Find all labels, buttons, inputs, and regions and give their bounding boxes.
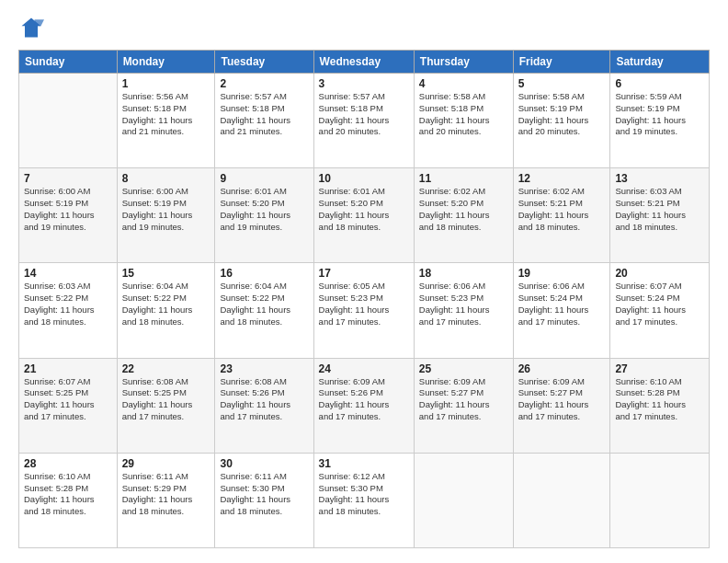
day-info: Sunrise: 6:02 AMSunset: 5:20 PMDaylight:… <box>419 186 508 233</box>
col-header-thursday: Thursday <box>414 51 513 74</box>
col-header-friday: Friday <box>513 51 610 74</box>
calendar-cell <box>19 74 118 168</box>
calendar-cell: 17Sunrise: 6:05 AMSunset: 5:23 PMDayligh… <box>313 263 414 358</box>
day-number: 21 <box>24 362 112 375</box>
calendar-cell: 13Sunrise: 6:03 AMSunset: 5:21 PMDayligh… <box>610 168 710 263</box>
calendar-cell <box>513 453 610 547</box>
day-number: 29 <box>122 457 210 470</box>
day-info: Sunrise: 6:11 AMSunset: 5:29 PMDaylight:… <box>122 471 210 518</box>
col-header-saturday: Saturday <box>610 51 710 74</box>
day-info: Sunrise: 5:58 AMSunset: 5:19 PMDaylight:… <box>518 91 606 138</box>
page: SundayMondayTuesdayWednesdayThursdayFrid… <box>0 0 728 563</box>
day-info: Sunrise: 5:57 AMSunset: 5:18 PMDaylight:… <box>319 91 409 138</box>
calendar-cell: 24Sunrise: 6:09 AMSunset: 5:26 PMDayligh… <box>313 358 414 453</box>
calendar-cell: 14Sunrise: 6:03 AMSunset: 5:22 PMDayligh… <box>19 263 118 358</box>
day-info: Sunrise: 6:10 AMSunset: 5:28 PMDaylight:… <box>615 376 704 423</box>
calendar-cell: 10Sunrise: 6:01 AMSunset: 5:20 PMDayligh… <box>313 168 414 263</box>
day-number: 30 <box>220 457 308 470</box>
col-header-monday: Monday <box>117 51 215 74</box>
calendar-cell: 29Sunrise: 6:11 AMSunset: 5:29 PMDayligh… <box>117 453 215 547</box>
day-info: Sunrise: 6:06 AMSunset: 5:23 PMDaylight:… <box>419 281 508 327</box>
day-info: Sunrise: 6:08 AMSunset: 5:26 PMDaylight:… <box>220 376 308 423</box>
calendar-cell: 25Sunrise: 6:09 AMSunset: 5:27 PMDayligh… <box>414 358 513 453</box>
day-number: 10 <box>319 172 409 185</box>
calendar-week-2: 7Sunrise: 6:00 AMSunset: 5:19 PMDaylight… <box>19 168 710 263</box>
day-info: Sunrise: 6:07 AMSunset: 5:25 PMDaylight:… <box>24 376 112 423</box>
day-number: 1 <box>122 77 210 90</box>
header <box>18 15 710 40</box>
calendar-week-5: 28Sunrise: 6:10 AMSunset: 5:28 PMDayligh… <box>19 453 710 547</box>
calendar-cell: 12Sunrise: 6:02 AMSunset: 5:21 PMDayligh… <box>513 168 610 263</box>
day-info: Sunrise: 5:58 AMSunset: 5:18 PMDaylight:… <box>419 91 508 138</box>
day-info: Sunrise: 6:05 AMSunset: 5:23 PMDaylight:… <box>319 281 409 327</box>
day-info: Sunrise: 6:03 AMSunset: 5:22 PMDaylight:… <box>24 281 112 327</box>
day-number: 26 <box>518 362 606 375</box>
day-info: Sunrise: 5:57 AMSunset: 5:18 PMDaylight:… <box>220 91 308 138</box>
day-number: 23 <box>220 362 308 375</box>
calendar-cell <box>610 453 710 547</box>
day-number: 20 <box>615 267 704 280</box>
day-number: 13 <box>615 172 704 185</box>
day-info: Sunrise: 6:01 AMSunset: 5:20 PMDaylight:… <box>319 186 409 233</box>
day-number: 22 <box>122 362 210 375</box>
calendar-cell: 1Sunrise: 5:56 AMSunset: 5:18 PMDaylight… <box>117 74 215 168</box>
col-header-tuesday: Tuesday <box>215 51 313 74</box>
day-number: 4 <box>419 77 508 90</box>
day-info: Sunrise: 6:04 AMSunset: 5:22 PMDaylight:… <box>220 281 308 327</box>
day-number: 16 <box>220 267 308 280</box>
day-info: Sunrise: 6:00 AMSunset: 5:19 PMDaylight:… <box>24 186 112 233</box>
day-number: 25 <box>419 362 508 375</box>
calendar-cell: 3Sunrise: 5:57 AMSunset: 5:18 PMDaylight… <box>313 74 414 168</box>
day-number: 18 <box>419 267 508 280</box>
day-number: 19 <box>518 267 606 280</box>
day-number: 8 <box>122 172 210 185</box>
calendar-cell: 7Sunrise: 6:00 AMSunset: 5:19 PMDaylight… <box>19 168 118 263</box>
day-info: Sunrise: 5:56 AMSunset: 5:18 PMDaylight:… <box>122 91 210 138</box>
day-info: Sunrise: 6:01 AMSunset: 5:20 PMDaylight:… <box>220 186 308 233</box>
col-header-sunday: Sunday <box>19 51 118 74</box>
calendar-cell: 15Sunrise: 6:04 AMSunset: 5:22 PMDayligh… <box>117 263 215 358</box>
day-number: 7 <box>24 172 112 185</box>
calendar-cell: 19Sunrise: 6:06 AMSunset: 5:24 PMDayligh… <box>513 263 610 358</box>
calendar-cell: 8Sunrise: 6:00 AMSunset: 5:19 PMDaylight… <box>117 168 215 263</box>
calendar-cell: 22Sunrise: 6:08 AMSunset: 5:25 PMDayligh… <box>117 358 215 453</box>
day-info: Sunrise: 6:11 AMSunset: 5:30 PMDaylight:… <box>220 471 308 518</box>
logo-icon <box>18 15 44 40</box>
calendar-cell: 27Sunrise: 6:10 AMSunset: 5:28 PMDayligh… <box>610 358 710 453</box>
day-number: 27 <box>615 362 704 375</box>
day-info: Sunrise: 6:02 AMSunset: 5:21 PMDaylight:… <box>518 186 606 233</box>
day-number: 31 <box>319 457 409 470</box>
calendar-cell: 28Sunrise: 6:10 AMSunset: 5:28 PMDayligh… <box>19 453 118 547</box>
calendar-cell: 2Sunrise: 5:57 AMSunset: 5:18 PMDaylight… <box>215 74 313 168</box>
calendar-cell: 5Sunrise: 5:58 AMSunset: 5:19 PMDaylight… <box>513 74 610 168</box>
calendar-cell: 20Sunrise: 6:07 AMSunset: 5:24 PMDayligh… <box>610 263 710 358</box>
day-info: Sunrise: 6:03 AMSunset: 5:21 PMDaylight:… <box>615 186 704 233</box>
calendar-header-row: SundayMondayTuesdayWednesdayThursdayFrid… <box>19 51 710 74</box>
day-info: Sunrise: 5:59 AMSunset: 5:19 PMDaylight:… <box>615 91 704 138</box>
calendar-cell: 23Sunrise: 6:08 AMSunset: 5:26 PMDayligh… <box>215 358 313 453</box>
day-info: Sunrise: 6:09 AMSunset: 5:27 PMDaylight:… <box>518 376 606 423</box>
day-number: 28 <box>24 457 112 470</box>
day-number: 14 <box>24 267 112 280</box>
col-header-wednesday: Wednesday <box>313 51 414 74</box>
day-number: 12 <box>518 172 606 185</box>
calendar-cell: 11Sunrise: 6:02 AMSunset: 5:20 PMDayligh… <box>414 168 513 263</box>
day-number: 17 <box>319 267 409 280</box>
day-info: Sunrise: 6:07 AMSunset: 5:24 PMDaylight:… <box>615 281 704 327</box>
day-number: 6 <box>615 77 704 90</box>
calendar-cell <box>414 453 513 547</box>
calendar-cell: 18Sunrise: 6:06 AMSunset: 5:23 PMDayligh… <box>414 263 513 358</box>
day-info: Sunrise: 6:08 AMSunset: 5:25 PMDaylight:… <box>122 376 210 423</box>
day-number: 24 <box>319 362 409 375</box>
svg-marker-2 <box>35 19 45 26</box>
day-info: Sunrise: 6:06 AMSunset: 5:24 PMDaylight:… <box>518 281 606 327</box>
calendar-cell: 4Sunrise: 5:58 AMSunset: 5:18 PMDaylight… <box>414 74 513 168</box>
day-number: 15 <box>122 267 210 280</box>
day-number: 5 <box>518 77 606 90</box>
day-info: Sunrise: 6:00 AMSunset: 5:19 PMDaylight:… <box>122 186 210 233</box>
day-number: 2 <box>220 77 308 90</box>
calendar-week-1: 1Sunrise: 5:56 AMSunset: 5:18 PMDaylight… <box>19 74 710 168</box>
day-info: Sunrise: 6:04 AMSunset: 5:22 PMDaylight:… <box>122 281 210 327</box>
calendar-week-3: 14Sunrise: 6:03 AMSunset: 5:22 PMDayligh… <box>19 263 710 358</box>
calendar-cell: 16Sunrise: 6:04 AMSunset: 5:22 PMDayligh… <box>215 263 313 358</box>
